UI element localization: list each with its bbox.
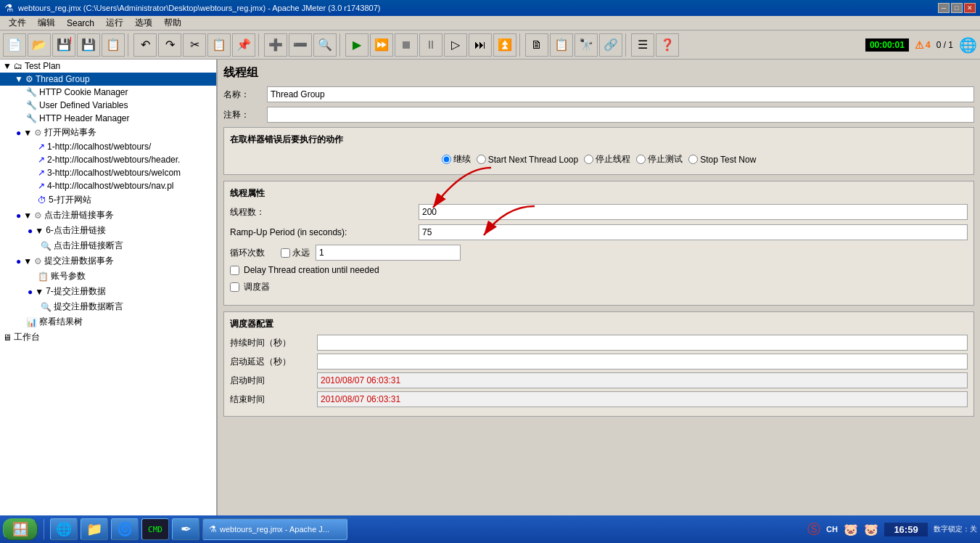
taskbar-jmeter[interactable]: ⚗ webtours_reg.jmx - Apache J... xyxy=(202,518,347,540)
tree-item-submit-reg[interactable]: ● ▼ ⚙ 提交注册数据事务 xyxy=(0,253,216,269)
dot-icon: ● xyxy=(28,226,33,236)
end-time-input[interactable] xyxy=(317,391,968,407)
tree-item-req3[interactable]: ↗ 3-http://localhost/webtours/welcom xyxy=(0,166,216,179)
delay-checkbox[interactable] xyxy=(230,266,239,275)
tree-item-thread-group[interactable]: ▼ ⚙ Thread Group xyxy=(0,73,216,86)
comment-row: 注释： xyxy=(223,107,974,123)
remote-stop-button[interactable]: ⏫ xyxy=(493,33,516,57)
duration-input[interactable] xyxy=(317,335,968,351)
tree-label: HTTP Cookie Manager xyxy=(39,87,128,97)
menu-options[interactable]: 选项 xyxy=(129,16,158,30)
tree-item-req5[interactable]: ⏱ 5-打开网站 xyxy=(0,192,216,208)
taskbar-explorer[interactable]: 📁 xyxy=(81,518,108,540)
loop-forever-checkbox[interactable] xyxy=(281,248,290,258)
toolbar-right: 00:00:01 ⚠ 4 0 / 1 🌐 xyxy=(865,36,977,54)
toolbar-sep3 xyxy=(339,33,342,57)
run-no-pause-button[interactable]: ⏩ xyxy=(370,33,393,57)
comment-input[interactable] xyxy=(267,107,974,123)
rampup-row: Ramp-Up Period (in seconds): xyxy=(230,224,968,240)
action-start-next[interactable]: Start Next Thread Loop xyxy=(477,155,579,165)
taskbar-pen[interactable]: ✒ xyxy=(172,518,199,540)
run-button[interactable]: ▶ xyxy=(345,33,368,57)
new-button[interactable]: 📄 xyxy=(3,33,26,57)
cut-button[interactable]: ✂ xyxy=(183,33,206,57)
tree-item-click-link[interactable]: ● ▼ 6-点击注册链接 xyxy=(0,223,216,238)
taskbar-ie[interactable]: 🌐 xyxy=(50,518,78,540)
http-icon: ↗ xyxy=(38,155,45,165)
scheduler-checkbox[interactable] xyxy=(230,282,239,292)
shutdown-button[interactable]: ⏸ xyxy=(419,33,442,57)
rampup-input[interactable] xyxy=(419,224,968,240)
menu-search[interactable]: Search xyxy=(61,16,100,30)
tree-item-submit-assert[interactable]: 🔍 提交注册数据断言 xyxy=(0,299,216,314)
stop-button[interactable]: ⏹ xyxy=(395,33,418,57)
action-stop-test[interactable]: 停止测试 xyxy=(636,153,683,166)
template-button[interactable]: 🗎 xyxy=(525,33,548,57)
start-time-label: 启动时间 xyxy=(230,375,317,387)
search-icon: 🔍 xyxy=(41,241,52,251)
start-time-row: 启动时间 xyxy=(230,372,968,388)
template2-button[interactable]: 📋 xyxy=(550,33,573,57)
lang-label: CH xyxy=(826,525,838,534)
tree-item-account[interactable]: 📋 账号参数 xyxy=(0,269,216,284)
tree-item-cookie[interactable]: 🔧 HTTP Cookie Manager xyxy=(0,86,216,99)
tree-item-open-site[interactable]: ● ▼ ⚙ 打开网站事务 xyxy=(0,125,216,140)
tree-item-test-plan[interactable]: ▼ 🗂 Test Plan xyxy=(0,60,216,73)
startup-delay-input[interactable] xyxy=(317,354,968,370)
action-continue[interactable]: 继续 xyxy=(442,153,471,166)
save-as-button[interactable]: 💾 xyxy=(77,33,100,57)
copy-button[interactable]: 📋 xyxy=(207,33,231,57)
expand-icon: ▼ xyxy=(23,128,32,138)
tray-icon2: 🐷 xyxy=(864,523,878,536)
revamp-button[interactable]: 📋 xyxy=(102,33,125,57)
list-button[interactable]: ☰ xyxy=(631,33,654,57)
tree-item-user-vars[interactable]: 🔧 User Defined Variables xyxy=(0,99,216,112)
tree-item-click-assert[interactable]: 🔍 点击注册链接断言 xyxy=(0,238,216,253)
binoculars-button[interactable]: 🔭 xyxy=(575,33,598,57)
tree-item-submit-data[interactable]: ● ▼ 7-提交注册数据 xyxy=(0,284,216,299)
tree-item-click-reg[interactable]: ● ▼ ⚙ 点击注册链接事务 xyxy=(0,208,216,223)
scheduler-section-title: 调度器配置 xyxy=(230,318,968,330)
name-input[interactable] xyxy=(267,86,974,102)
remove-button[interactable]: ➖ xyxy=(289,33,312,57)
expand-icon: ▼ xyxy=(23,211,32,221)
menu-run[interactable]: 运行 xyxy=(100,16,129,30)
start-time-input[interactable] xyxy=(317,372,968,388)
tree-item-header[interactable]: 🔧 HTTP Header Manager xyxy=(0,112,216,125)
start-button[interactable]: 🪟 xyxy=(3,518,38,540)
close-button[interactable]: ✕ xyxy=(964,3,976,13)
startup-delay-row: 启动延迟（秒） xyxy=(230,354,968,370)
wrench-icon: 🔧 xyxy=(26,87,37,97)
remote-start-all-button[interactable]: ⏭ xyxy=(469,33,492,57)
remote-start-button[interactable]: ▷ xyxy=(444,33,467,57)
open-button[interactable]: 📂 xyxy=(28,33,51,57)
menu-help[interactable]: 帮助 xyxy=(158,16,187,30)
tree-item-req1[interactable]: ↗ 1-http://localhost/webtours/ xyxy=(0,140,216,153)
tree-item-view-tree[interactable]: 📊 察看结果树 xyxy=(0,314,216,330)
undo-button[interactable]: ↶ xyxy=(133,33,157,57)
help-button[interactable]: ❓ xyxy=(656,33,679,57)
save-button[interactable]: !💾 xyxy=(52,33,75,57)
thread-count-input[interactable] xyxy=(419,204,968,220)
menu-file[interactable]: 文件 xyxy=(3,16,32,30)
action-stop-now[interactable]: Stop Test Now xyxy=(688,155,756,165)
taskbar-right: Ⓢ CH 🐷 🐷 16:59 数字锁定：关 xyxy=(807,520,977,538)
loop-forever-check[interactable]: 永远 xyxy=(281,247,310,259)
loop-count-input[interactable] xyxy=(316,245,461,261)
action-stop-thread[interactable]: 停止线程 xyxy=(584,153,630,166)
minimize-button[interactable]: ─ xyxy=(938,3,950,13)
end-time-row: 结束时间 xyxy=(230,391,968,407)
browse-button[interactable]: 🔍 xyxy=(313,33,337,57)
taskbar-chrome[interactable]: 🌀 xyxy=(111,518,139,540)
controller-icon: ⚙ xyxy=(34,211,42,221)
paste-button[interactable]: 📌 xyxy=(232,33,255,57)
redo-button[interactable]: ↷ xyxy=(158,33,181,57)
maximize-button[interactable]: □ xyxy=(951,3,963,13)
menu-edit[interactable]: 编辑 xyxy=(32,16,61,30)
share-button[interactable]: 🔗 xyxy=(599,33,622,57)
taskbar-cmd[interactable]: CMD xyxy=(141,518,169,540)
add-button[interactable]: ➕ xyxy=(264,33,287,57)
tree-item-req2[interactable]: ↗ 2-http://localhost/webtours/header. xyxy=(0,153,216,166)
tree-item-req4[interactable]: ↗ 4-http://localhost/webtours/nav.pl xyxy=(0,179,216,192)
tree-item-workspace[interactable]: 🖥 工作台 xyxy=(0,330,216,345)
